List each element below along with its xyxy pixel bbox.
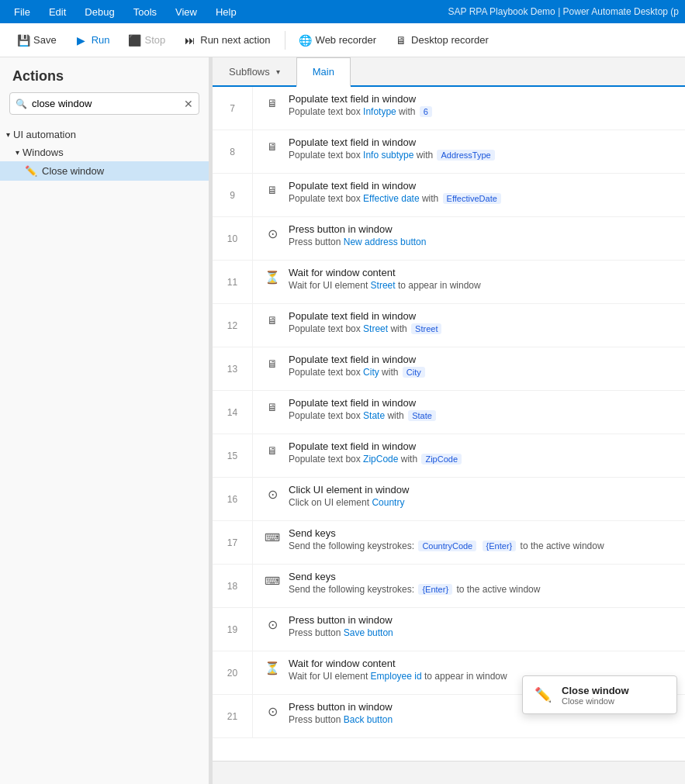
step-number: 13	[213, 347, 253, 390]
step-title: Populate text field in window	[289, 310, 674, 322]
menu-debug[interactable]: Debug	[77, 3, 122, 21]
menu-help[interactable]: Help	[208, 3, 244, 21]
step-tag: City	[403, 367, 425, 378]
step-title: Send keys	[289, 527, 674, 539]
flow-area[interactable]: 7 🖥 Populate text field in window Popula…	[213, 87, 685, 761]
step-desc: Send the following keystrokes: {Enter} t…	[289, 584, 674, 595]
step-number: 20	[213, 651, 253, 694]
step-number: 8	[213, 130, 253, 173]
stop-button[interactable]: ⬛ Stop	[121, 30, 174, 50]
step-number: 12	[213, 304, 253, 347]
run-icon: ▶	[75, 34, 88, 47]
step-row: 7 🖥 Populate text field in window Popula…	[213, 87, 685, 130]
window-icon: 🖥	[264, 95, 281, 112]
chevron-down-icon: ▾	[6, 130, 10, 139]
step-link[interactable]: City	[363, 367, 379, 378]
search-icon: 🔍	[16, 98, 27, 109]
step-number: 14	[213, 391, 253, 433]
step-text: Populate text field in window Populate t…	[289, 180, 674, 204]
clear-search-button[interactable]: ✕	[184, 98, 193, 110]
step-tag: State	[408, 410, 436, 421]
menu-view[interactable]: View	[168, 3, 205, 21]
step-link[interactable]: Employee id	[371, 671, 422, 682]
menu-edit[interactable]: Edit	[41, 3, 74, 21]
step-link[interactable]: Street	[371, 280, 396, 291]
step-desc: Click on UI element Country	[289, 497, 674, 508]
chevron-down-icon: ▾	[276, 67, 280, 76]
step-link[interactable]: New address button	[344, 237, 427, 247]
step-row: 18 ⌨ Send keys Send the following keystr…	[213, 565, 685, 608]
save-button[interactable]: 💾 Save	[9, 30, 64, 50]
tree-subgroup-windows[interactable]: ▾ Windows	[0, 143, 209, 161]
step-title: Populate text field in window	[289, 180, 674, 192]
actions-tree: ▾ UI automation ▾ Windows ✏️ Close windo…	[0, 123, 209, 184]
run-next-button[interactable]: ⏭ Run next action	[176, 30, 278, 50]
step-title: Press button in window	[289, 223, 674, 235]
menu-tools[interactable]: Tools	[126, 3, 164, 21]
step-title: Wait for window content	[289, 267, 674, 278]
step-number: 18	[213, 565, 253, 607]
close-window-icon: ✏️	[25, 165, 37, 177]
step-title: Wait for window content	[289, 658, 674, 669]
search-box: 🔍 ✕	[9, 92, 199, 115]
step-link[interactable]: Street	[363, 323, 388, 334]
step-desc: Populate text box Effective date with Ef…	[289, 193, 674, 204]
window-icon: 🖥	[264, 355, 281, 372]
step-desc: Populate text box City with City	[289, 367, 674, 378]
step-link[interactable]: Country	[372, 497, 404, 508]
step-content: ⌨ Send keys Send the following keystroke…	[253, 521, 685, 564]
close-window-tooltip: ✏️ Close window Close window	[522, 675, 677, 714]
step-link[interactable]: Infotype	[363, 106, 396, 117]
step-link[interactable]: Save button	[344, 627, 393, 638]
step-number: 17	[213, 521, 253, 564]
step-row: 17 ⌨ Send keys Send the following keystr…	[213, 521, 685, 565]
step-desc: Press button New address button	[289, 237, 674, 247]
search-input[interactable]	[9, 92, 199, 115]
content-area: Subflows ▾ Main 7 🖥 Populate text field …	[213, 57, 685, 784]
tooltip-subtitle: Close window	[562, 696, 629, 706]
step-link[interactable]: Info subtype	[363, 150, 413, 161]
step-title: Click UI element in window	[289, 484, 674, 496]
step-desc: Wait for UI element Street to appear in …	[289, 280, 674, 291]
tab-main[interactable]: Main	[296, 57, 351, 87]
step-desc: Populate text box Infotype with 6	[289, 106, 674, 117]
step-number: 19	[213, 608, 253, 651]
step-number: 21	[213, 695, 253, 737]
tooltip-title: Close window	[562, 685, 629, 696]
step-link[interactable]: Effective date	[363, 193, 420, 204]
step-link[interactable]: ZipCode	[363, 454, 398, 465]
step-desc: Populate text box State with State	[289, 410, 674, 421]
step-number: 16	[213, 478, 253, 520]
desktop-recorder-button[interactable]: 🖥 Desktop recorder	[387, 30, 496, 50]
sidebar-title: Actions	[0, 57, 209, 92]
step-row: 19 ⊙ Press button in window Press button…	[213, 608, 685, 651]
step-content: 🖥 Populate text field in window Populate…	[253, 87, 685, 130]
tree-item-close-window[interactable]: ✏️ Close window	[0, 161, 209, 181]
run-button[interactable]: ▶ Run	[67, 30, 118, 50]
step-row: 13 🖥 Populate text field in window Popul…	[213, 347, 685, 391]
step-content: 🖥 Populate text field in window Populate…	[253, 304, 685, 347]
main-layout: Actions 🔍 ✕ ▾ UI automation ▾ Windows ✏️…	[0, 57, 685, 784]
step-title: Populate text field in window	[289, 136, 674, 148]
window-icon: 🖥	[264, 181, 281, 199]
step-link[interactable]: State	[363, 410, 385, 421]
step-text: Populate text field in window Populate t…	[289, 310, 674, 334]
tree-group-ui-automation[interactable]: ▾ UI automation	[0, 126, 209, 143]
chevron-down-icon: ▾	[16, 148, 19, 157]
tab-subflows[interactable]: Subflows ▾	[213, 57, 296, 85]
step-desc: Populate text box Info subtype with Addr…	[289, 150, 674, 161]
web-recorder-button[interactable]: 🌐 Web recorder	[292, 30, 385, 50]
step-desc: Press button Back button	[289, 714, 674, 725]
stop-icon: ⬛	[129, 34, 141, 47]
app-title: SAP RPA Playbook Demo | Power Automate D…	[448, 6, 680, 17]
menu-file[interactable]: File	[6, 3, 38, 21]
step-title: Populate text field in window	[289, 93, 674, 105]
step-content: 🖥 Populate text field in window Populate…	[253, 174, 685, 216]
step-text: Populate text field in window Populate t…	[289, 93, 674, 117]
step-content: 🖥 Populate text field in window Populate…	[253, 130, 685, 173]
step-link[interactable]: Back button	[344, 714, 393, 725]
step-number: 9	[213, 174, 253, 216]
step-title: Press button in window	[289, 614, 674, 626]
step-title: Populate text field in window	[289, 440, 674, 452]
step-number: 7	[213, 87, 253, 130]
